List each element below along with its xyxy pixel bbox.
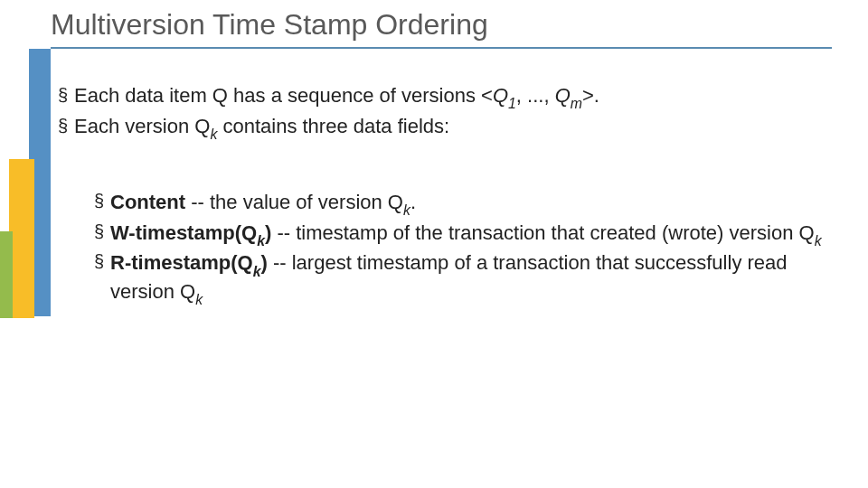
sub-k: k: [210, 127, 217, 142]
title-rule: [51, 47, 832, 49]
text: -- the value of version Q: [185, 191, 403, 213]
text: >.: [582, 84, 599, 107]
text: (Q: [231, 251, 252, 274]
text: .: [410, 191, 416, 213]
inner-item-w-timestamp: W-timestamp(Qk) -- timestamp of the tran…: [94, 221, 832, 249]
label-w-timestamp: W-timestamp(Qk): [110, 221, 271, 244]
text: ): [261, 251, 268, 274]
accent-bar-green: [0, 231, 13, 318]
sub-m: m: [571, 96, 582, 111]
text: Each data item Q has a sequence of versi…: [74, 84, 493, 107]
outer-item-1: Each data item Q has a sequence of versi…: [58, 83, 832, 112]
text: (Q: [235, 221, 257, 244]
label-content: Content: [110, 191, 185, 213]
inner-item-content: Content -- the value of version Qk.: [94, 190, 832, 219]
page-title: Multiversion Time Stamp Ordering: [51, 7, 832, 42]
sub-k: k: [195, 292, 203, 307]
sub-k: k: [253, 264, 261, 279]
outer-item-2: Each version Qk contains three data fiel…: [58, 114, 832, 143]
sub-k: k: [815, 233, 822, 249]
sub-k: k: [403, 202, 410, 218]
sub-k: k: [257, 233, 265, 249]
text: -- timestamp of the transaction that cre…: [271, 221, 814, 244]
text: Each version Q: [74, 115, 210, 137]
text: contains three data fields:: [217, 115, 449, 137]
text: R-timestamp: [110, 251, 231, 274]
text: , ...,: [516, 84, 555, 107]
inner-item-r-timestamp: R-timestamp(Qk) -- largest timestamp of …: [94, 250, 832, 307]
accent-bar-yellow: [9, 159, 34, 318]
text: W-timestamp: [110, 221, 235, 244]
label-r-timestamp: R-timestamp(Qk): [110, 251, 268, 274]
inner-list: Content -- the value of version Qk. W-ti…: [94, 190, 832, 308]
var-q: Q: [555, 84, 571, 107]
sub-1: 1: [508, 96, 516, 111]
outer-list: Each data item Q has a sequence of versi…: [58, 83, 832, 143]
slide: Multiversion Time Stamp Ordering Each da…: [0, 0, 868, 488]
var-q: Q: [493, 84, 508, 107]
